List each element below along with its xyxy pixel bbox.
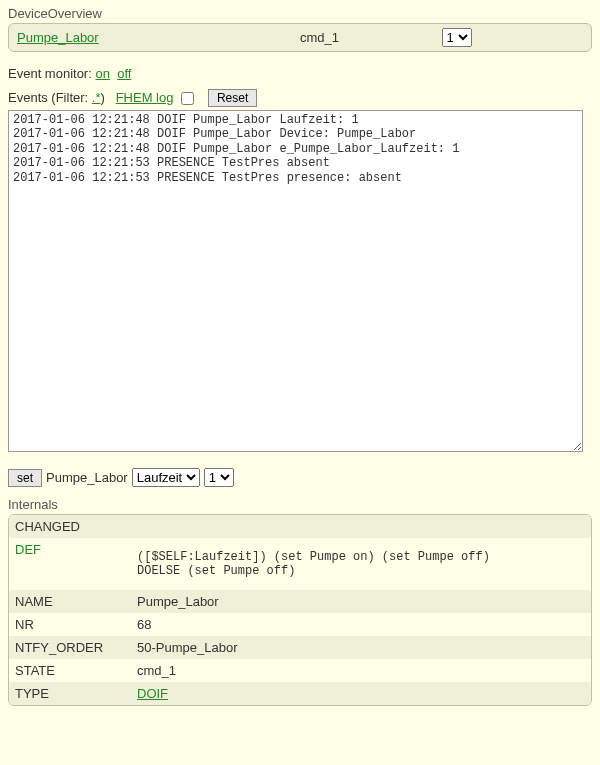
device-overview-title: DeviceOverview <box>8 6 592 21</box>
internals-changed: CHANGED <box>9 515 591 538</box>
device-name-link[interactable]: Pumpe_Labor <box>17 30 99 45</box>
internals-nr-label: NR <box>9 613 131 636</box>
reset-button[interactable]: Reset <box>208 89 257 107</box>
internals-type-label: TYPE <box>9 682 131 705</box>
device-state: cmd_1 <box>300 30 442 45</box>
fhem-log-link[interactable]: FHEM log <box>116 90 174 105</box>
event-monitor-row: Event monitor: on off <box>8 66 592 81</box>
internals-title: Internals <box>8 497 592 512</box>
internals-def-label[interactable]: DEF <box>9 538 131 590</box>
set-button[interactable]: set <box>8 469 42 487</box>
internals-state-label: STATE <box>9 659 131 682</box>
event-monitor-off[interactable]: off <box>117 66 131 81</box>
internals-table: CHANGED DEF ([$SELF:Laufzeit]) (set Pump… <box>8 514 592 706</box>
internals-row-nr: NR 68 <box>9 613 591 636</box>
internals-state-value: cmd_1 <box>131 659 591 682</box>
events-filter-row: Events (Filter: .*) FHEM log Reset <box>8 89 592 108</box>
events-filter-suffix: ) <box>100 90 104 105</box>
device-overview-select[interactable]: 1 <box>442 28 472 47</box>
set-value-select[interactable]: 1 <box>204 468 234 487</box>
internals-row-changed: CHANGED <box>9 515 591 538</box>
fhem-log-checkbox[interactable] <box>181 92 194 105</box>
internals-type-link[interactable]: DOIF <box>137 686 168 701</box>
internals-nr-value: 68 <box>131 613 591 636</box>
internals-row-type: TYPE DOIF <box>9 682 591 705</box>
device-overview-row: Pumpe_Labor cmd_1 1 <box>8 23 592 52</box>
internals-row-state: STATE cmd_1 <box>9 659 591 682</box>
internals-def-value: ([$SELF:Laufzeit]) (set Pumpe on) (set P… <box>131 538 591 590</box>
internals-row-def: DEF ([$SELF:Laufzeit]) (set Pumpe on) (s… <box>9 538 591 590</box>
internals-name-value: Pumpe_Labor <box>131 590 591 613</box>
events-filter-prefix: Events (Filter: <box>8 90 92 105</box>
event-monitor-on[interactable]: on <box>95 66 109 81</box>
internals-row-name: NAME Pumpe_Labor <box>9 590 591 613</box>
set-row: set Pumpe_Labor Laufzeit 1 <box>8 468 592 487</box>
set-device-name: Pumpe_Labor <box>46 470 128 485</box>
internals-ntfy-value: 50-Pumpe_Labor <box>131 636 591 659</box>
set-reading-select[interactable]: Laufzeit <box>132 468 200 487</box>
event-monitor-label: Event monitor: <box>8 66 92 81</box>
internals-ntfy-label: NTFY_ORDER <box>9 636 131 659</box>
internals-row-ntfy: NTFY_ORDER 50-Pumpe_Labor <box>9 636 591 659</box>
internals-name-label: NAME <box>9 590 131 613</box>
event-console[interactable]: 2017-01-06 12:21:48 DOIF Pumpe_Labor Lau… <box>8 110 583 452</box>
